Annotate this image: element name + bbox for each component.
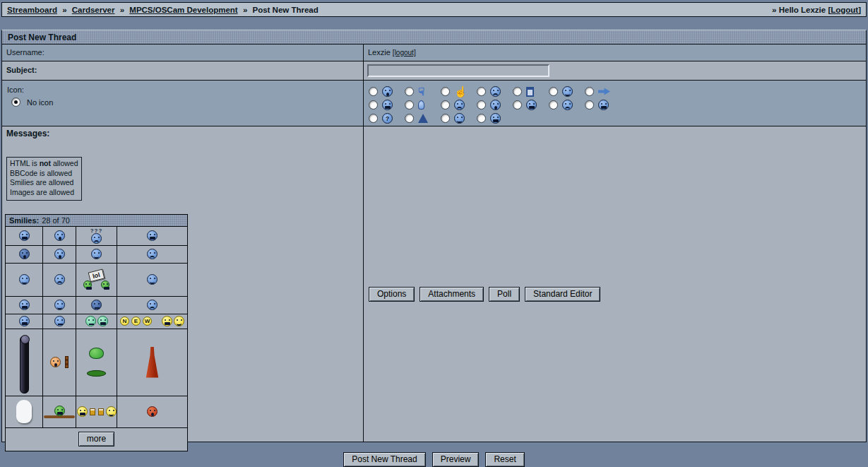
icon-question-option[interactable]: ? [369,113,405,124]
confused-marks: ??? [90,228,103,233]
icon-idea-bulb-option[interactable] [405,100,441,110]
smiley-row [6,329,187,396]
green-face-left [85,316,96,326]
smiley-vampire[interactable] [43,396,76,427]
icon-smile-radio[interactable] [549,87,558,96]
smiley-devilish[interactable] [6,314,43,329]
eating-face [50,357,61,367]
smiley-red-mad[interactable] [117,396,187,427]
preview-button[interactable]: Preview [432,452,480,467]
logout-small-link[interactable]: [logout] [393,49,416,57]
subject-input[interactable] [367,64,549,77]
smiley-frown[interactable] [43,264,76,296]
icon-biggrin [490,113,501,124]
smiley-mad[interactable] [76,297,117,314]
icon-cool-option[interactable] [513,100,549,110]
new-letter-n: N [120,317,129,326]
smiley-lol[interactable]: lol [76,264,117,296]
icon-thumbs-up-radio[interactable] [441,87,450,96]
attachments-button[interactable]: Attachments [420,287,484,302]
smiley-smile[interactable] [117,264,187,296]
ghost-icon [16,400,32,423]
messages-row: Messages: HTML is not allowed BBCode is … [2,126,866,442]
icon-arrow-right-radio[interactable] [585,87,594,96]
smiley-muhaha[interactable] [6,227,43,245]
smiley-new[interactable]: NEW [117,314,187,329]
smiley-happy[interactable] [76,246,117,263]
more-smilies-button[interactable]: more [78,432,114,447]
smiley-beer-cheers[interactable] [76,396,117,427]
smiley-crying[interactable] [117,297,187,314]
breadcrumb-separator: » [62,6,66,14]
breadcrumb-link-cardserver[interactable]: Cardserver [72,6,115,14]
icon-arrow-right [598,88,610,96]
icon-wink-radio[interactable] [441,114,450,123]
post-new-thread-button[interactable]: Post New Thread [343,452,426,467]
options-button[interactable]: Options [369,287,415,302]
no-icon-option[interactable]: No icon [11,97,363,107]
icon-wink-option[interactable] [441,113,477,124]
icon-unhappy-option[interactable] [477,86,513,97]
no-icon-radio[interactable] [11,97,20,107]
icon-thumbs-down-option[interactable]: ☟ [405,86,441,97]
reset-button[interactable]: Reset [485,452,524,467]
icon-biggrin-radio[interactable] [477,114,486,123]
breadcrumb-link-mpcs-oscam[interactable]: MPCS/OSCam Development [129,6,237,14]
icon-thumbs-up-option[interactable]: ☝ [441,86,477,97]
new-grin-face [162,316,172,326]
subject-label: Subject: [2,61,363,80]
icon-mad-radio[interactable] [441,100,450,110]
icon-arrow-right-option[interactable] [585,87,621,96]
smiley-redface-icon [19,274,30,285]
breadcrumb-link-streamboard[interactable]: Streamboard [7,6,57,14]
logout-link[interactable]: [Logout] [828,6,861,14]
icon-post-radio[interactable] [513,87,522,96]
smiley-content[interactable] [43,297,76,314]
icon-biggrin-option[interactable] [477,113,513,124]
icon-warning-radio[interactable] [405,114,414,123]
icon-label: Icon: [7,85,363,94]
smiley-redface[interactable] [6,264,43,296]
smiley-ghost[interactable] [6,396,43,427]
frog-top-icon [89,348,104,359]
pole-smiley-icon [20,336,29,394]
icon-cool-radio[interactable] [513,100,522,110]
icon-yell-option[interactable] [369,86,405,97]
icon-thumbs-down-radio[interactable] [405,87,414,96]
smiley-sleepy[interactable] [43,314,76,329]
icon-angry-radio[interactable] [369,100,378,110]
poll-button[interactable]: Poll [489,287,520,302]
icon-mad-option[interactable] [441,100,477,110]
icon-angry-option[interactable] [369,100,405,110]
icon-eek-radio[interactable] [477,100,486,110]
icon-cry-radio[interactable] [549,100,558,110]
icon-warning-option[interactable] [405,114,441,123]
icon-yell-radio[interactable] [369,87,378,96]
icon-unhappy-radio[interactable] [477,87,486,96]
standard-editor-button[interactable]: Standard Editor [525,287,600,302]
smiley-devil-bottle[interactable] [117,329,187,396]
smiley-eek[interactable] [6,246,43,263]
smiley-yell[interactable] [43,227,76,245]
icon-post-option[interactable] [513,87,549,97]
smiley-frog[interactable] [76,329,117,396]
icon-idea-bulb-radio[interactable] [405,100,414,110]
smiley-eating[interactable] [43,329,76,396]
smiley-confused[interactable]: ??? [76,227,117,245]
icon-eek-option[interactable] [477,100,513,110]
smiley-laugh[interactable] [6,297,43,314]
icon-grr-radio[interactable] [585,100,594,110]
icon-cry-option[interactable] [549,100,585,110]
smiley-shocked[interactable] [43,246,76,263]
smiley-row [6,297,187,314]
icon-grr-option[interactable] [585,100,621,110]
messages-label: Messages: [6,129,363,138]
icon-question-radio[interactable] [369,114,378,123]
posting-rules-box: HTML is not allowed BBCode is allowed Sm… [6,157,82,201]
smilies-header-label: Smilies: [9,216,39,225]
smiley-pole[interactable] [6,329,43,396]
smiley-tired[interactable] [117,246,187,263]
smiley-green-grin[interactable] [76,314,117,329]
icon-smile-option[interactable] [549,86,585,97]
smiley-bigcool[interactable] [117,227,187,245]
